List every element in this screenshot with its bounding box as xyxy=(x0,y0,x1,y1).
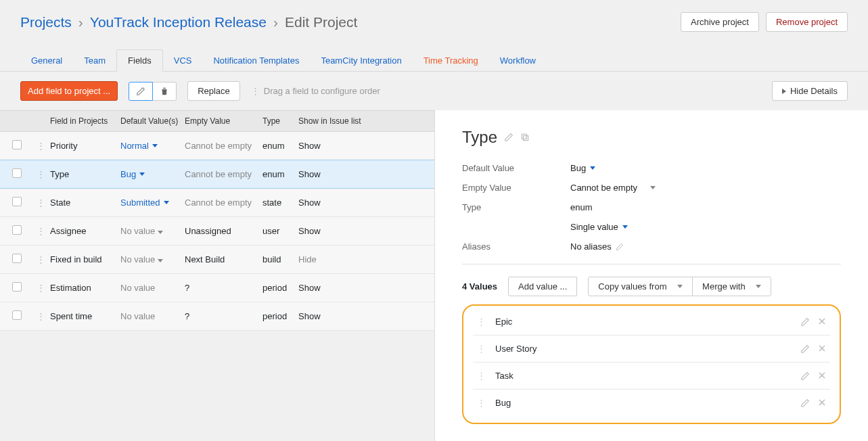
value-row[interactable]: ⋮Task xyxy=(473,363,830,390)
drag-handle-icon[interactable]: ⋮ xyxy=(34,311,47,321)
field-name: Estimation xyxy=(47,283,120,293)
value-label: Epic xyxy=(495,317,512,327)
breadcrumb-root[interactable]: Projects xyxy=(20,14,72,30)
drag-handle-icon[interactable]: ⋮ xyxy=(34,254,47,264)
field-name: Fixed in build xyxy=(47,254,120,264)
column-header-empty: Empty Value xyxy=(185,116,262,126)
value-row[interactable]: ⋮User Story xyxy=(473,335,830,363)
row-checkbox[interactable] xyxy=(12,168,22,178)
detail-empty-label: Empty Value xyxy=(462,183,570,193)
tab-team[interactable]: Team xyxy=(73,50,116,71)
replace-button[interactable]: Replace xyxy=(187,81,240,101)
delete-icon-button[interactable] xyxy=(152,82,177,101)
chevron-right-icon xyxy=(782,89,786,94)
drag-handle-icon[interactable]: ⋮ xyxy=(34,169,47,179)
detail-aliases-value[interactable]: No aliases xyxy=(570,241,624,252)
field-type: enum xyxy=(262,169,298,179)
field-row[interactable]: ⋮TypeBug Cannot be emptyenumShow xyxy=(0,160,434,189)
field-empty: Cannot be empty xyxy=(185,198,262,208)
field-type: period xyxy=(262,283,298,293)
hide-details-button[interactable]: Hide Details xyxy=(772,81,848,101)
tab-notification-templates[interactable]: Notification Templates xyxy=(202,50,310,71)
field-default[interactable]: Normal xyxy=(120,141,185,151)
field-default[interactable]: Submitted xyxy=(120,198,185,208)
remove-project-button[interactable]: Remove project xyxy=(766,12,848,32)
pencil-icon[interactable] xyxy=(800,344,810,354)
edit-icon-button[interactable] xyxy=(129,82,153,101)
field-empty: ? xyxy=(185,311,262,321)
field-name: Spent time xyxy=(47,311,120,321)
add-value-button[interactable]: Add value ... xyxy=(508,277,577,296)
row-checkbox[interactable] xyxy=(12,310,22,320)
value-row[interactable]: ⋮Epic xyxy=(473,308,830,335)
field-row[interactable]: ⋮Spent timeNo value ?periodShow xyxy=(0,302,434,331)
tab-vcs[interactable]: VCS xyxy=(163,50,203,71)
drag-handle-icon[interactable]: ⋮ xyxy=(477,344,486,354)
drag-hint: ⋮ Drag a field to configure order xyxy=(251,86,380,96)
column-header-show: Show in Issue list xyxy=(298,116,380,126)
row-checkbox[interactable] xyxy=(12,282,22,292)
field-row[interactable]: ⋮StateSubmitted Cannot be emptystateShow xyxy=(0,189,434,217)
archive-project-button[interactable]: Archive project xyxy=(681,12,759,32)
breadcrumb: Projects › YouTrack Inception Release › … xyxy=(20,14,357,30)
detail-type-value: enum xyxy=(570,202,593,212)
breadcrumb-project[interactable]: YouTrack Inception Release xyxy=(90,14,267,30)
field-default[interactable]: No value xyxy=(120,283,185,293)
field-default[interactable]: No value xyxy=(120,226,185,236)
field-show: Show xyxy=(298,226,380,236)
svg-rect-0 xyxy=(524,136,528,141)
field-row[interactable]: ⋮AssigneeNo value UnassigneduserShow xyxy=(0,217,434,246)
drag-handle-icon[interactable]: ⋮ xyxy=(34,226,47,236)
field-row[interactable]: ⋮PriorityNormal Cannot be emptyenumShow xyxy=(0,132,434,160)
pencil-icon[interactable] xyxy=(800,371,810,381)
add-field-button[interactable]: Add field to project ... xyxy=(20,81,118,101)
copy-values-button[interactable]: Copy values from xyxy=(588,277,693,296)
detail-default-value[interactable]: Bug xyxy=(570,163,595,173)
chevron-right-icon: › xyxy=(78,14,83,30)
detail-default-label: Default Value xyxy=(462,163,570,173)
pencil-icon[interactable] xyxy=(800,317,810,327)
field-show: Show xyxy=(298,198,380,208)
detail-empty-value[interactable]: Cannot be empty xyxy=(570,183,656,193)
detail-type-label: Type xyxy=(462,202,570,212)
drag-handle-icon[interactable]: ⋮ xyxy=(477,371,486,381)
tab-time-tracking[interactable]: Time Tracking xyxy=(413,50,489,71)
close-icon[interactable] xyxy=(818,398,826,408)
field-default[interactable]: No value xyxy=(120,254,185,264)
close-icon[interactable] xyxy=(818,371,826,381)
field-default[interactable]: Bug xyxy=(120,169,185,179)
row-checkbox[interactable] xyxy=(12,140,22,149)
close-icon[interactable] xyxy=(818,344,826,354)
field-empty: Next Build xyxy=(185,254,262,264)
tab-workflow[interactable]: Workflow xyxy=(489,50,547,71)
field-show: Show xyxy=(298,141,380,151)
drag-handle-icon[interactable]: ⋮ xyxy=(34,141,47,151)
tab-general[interactable]: General xyxy=(20,50,73,71)
drag-handle-icon[interactable]: ⋮ xyxy=(477,317,486,327)
drag-handle-icon[interactable]: ⋮ xyxy=(477,398,486,408)
tab-fields[interactable]: Fields xyxy=(116,49,163,72)
detail-title: Type xyxy=(462,128,841,147)
copy-icon[interactable] xyxy=(520,133,530,142)
field-row[interactable]: ⋮Fixed in buildNo value Next BuildbuildH… xyxy=(0,246,434,274)
values-count-label: 4 Values xyxy=(462,281,508,292)
field-empty: Unassigned xyxy=(185,226,262,236)
row-checkbox[interactable] xyxy=(12,197,22,206)
tab-teamcity-integration[interactable]: TeamCity Integration xyxy=(310,50,412,71)
field-show: Show xyxy=(298,169,380,179)
drag-handle-icon[interactable]: ⋮ xyxy=(34,283,47,293)
column-header-type: Type xyxy=(262,116,298,126)
row-checkbox[interactable] xyxy=(12,225,22,235)
value-row[interactable]: ⋮Bug xyxy=(473,390,830,416)
field-show: Show xyxy=(298,283,380,293)
merge-with-button[interactable]: Merge with xyxy=(692,277,771,296)
field-row[interactable]: ⋮EstimationNo value ?periodShow xyxy=(0,274,434,302)
close-icon[interactable] xyxy=(818,317,826,327)
drag-handle-icon[interactable]: ⋮ xyxy=(34,198,47,208)
detail-single-value[interactable]: Single value xyxy=(570,222,628,232)
row-checkbox[interactable] xyxy=(12,254,22,263)
field-default[interactable]: No value xyxy=(120,311,185,321)
pencil-icon[interactable] xyxy=(800,398,810,408)
value-label: Task xyxy=(495,371,513,381)
pencil-icon[interactable] xyxy=(504,133,513,142)
